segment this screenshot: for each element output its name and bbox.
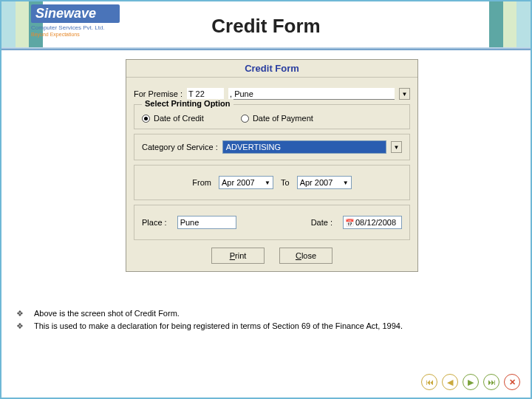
category-dropdown-button[interactable]: ▼ [391,141,402,153]
nav-prev-button[interactable]: ◀ [442,374,458,390]
date-input[interactable]: 📅 08/12/2008 [343,216,402,229]
radio-icon[interactable] [241,115,249,123]
slide-header: Sinewave Computer Services Pvt. Ltd. Bey… [1,1,531,50]
date-value: 08/12/2008 [355,218,396,227]
radio-icon[interactable] [142,115,150,123]
credit-form-dialog: Credit Form For Premise : T 22 , Pune ▼ … [126,59,418,272]
nav-first-button[interactable]: ⏮ [421,374,437,390]
dialog-title: Credit Form [126,60,417,78]
brand-logo: Sinewave Computer Services Pvt. Ltd. Bey… [31,4,120,37]
place-date-fieldset: Place : Pune Date : 📅 08/12/2008 [134,205,410,240]
printing-legend: Select Printing Option [142,99,233,108]
bullet-text: Above is the screen shot of Credit Form. [34,309,180,318]
from-date-value: Apr 2007 [222,178,255,187]
bullet-item: ❖ This is used to make a declaration for… [16,321,486,331]
premise-label: For Premise : [134,89,183,98]
bullet-icon: ❖ [16,321,24,331]
premise-dropdown-button[interactable]: ▼ [399,88,410,100]
radio-label: Date of Credit [154,114,204,123]
header-divider [1,47,531,50]
nav-close-button[interactable]: ✕ [504,374,520,390]
to-date-value: Apr 2007 [300,178,333,187]
bullet-text: This is used to make a declaration for b… [34,321,403,331]
brand-name: Sinewave [31,4,120,23]
to-date-select[interactable]: Apr 2007 ▼ [297,176,352,189]
premise-row: For Premise : T 22 , Pune ▼ [134,88,410,100]
category-fieldset: Category of Service : ADVERTISING ▼ [134,134,410,160]
category-select[interactable]: ADVERTISING [222,140,386,154]
header-stripes-right [489,1,531,50]
print-button[interactable]: Print [211,248,265,264]
bullet-icon: ❖ [16,309,24,318]
close-button[interactable]: Close [279,248,332,264]
description-bullets: ❖ Above is the screen shot of Credit For… [16,306,486,334]
radio-label: Date of Payment [253,114,313,123]
page-title: Credit Form [211,15,320,38]
to-label: To [281,178,290,187]
brand-tagline: Beyond Expectations [31,32,120,37]
brand-sub: Computer Services Pvt. Ltd. [31,24,120,31]
bullet-item: ❖ Above is the screen shot of Credit For… [16,309,486,318]
calendar-icon: 📅 [345,219,354,227]
date-label: Date : [311,218,332,227]
radio-date-of-payment[interactable]: Date of Payment [241,114,313,123]
from-label: From [192,178,211,187]
slide-nav: ⏮ ◀ ▶ ⏭ ✕ [421,374,520,390]
nav-last-button[interactable]: ⏭ [483,374,499,390]
place-label: Place : [142,218,167,227]
premise-value[interactable]: T 22 [187,88,224,100]
printing-option-fieldset: Select Printing Option Date of Credit Da… [134,104,410,129]
place-input[interactable]: Pune [177,216,236,229]
from-date-select[interactable]: Apr 2007 ▼ [219,176,273,189]
premise-rest[interactable]: , Pune [228,88,395,100]
radio-date-of-credit[interactable]: Date of Credit [142,114,204,123]
category-label: Category of Service : [142,143,218,151]
period-fieldset: From Apr 2007 ▼ To Apr 2007 ▼ [134,165,410,200]
chevron-down-icon[interactable]: ▼ [265,180,270,186]
nav-next-button[interactable]: ▶ [463,374,479,390]
chevron-down-icon[interactable]: ▼ [343,180,349,186]
